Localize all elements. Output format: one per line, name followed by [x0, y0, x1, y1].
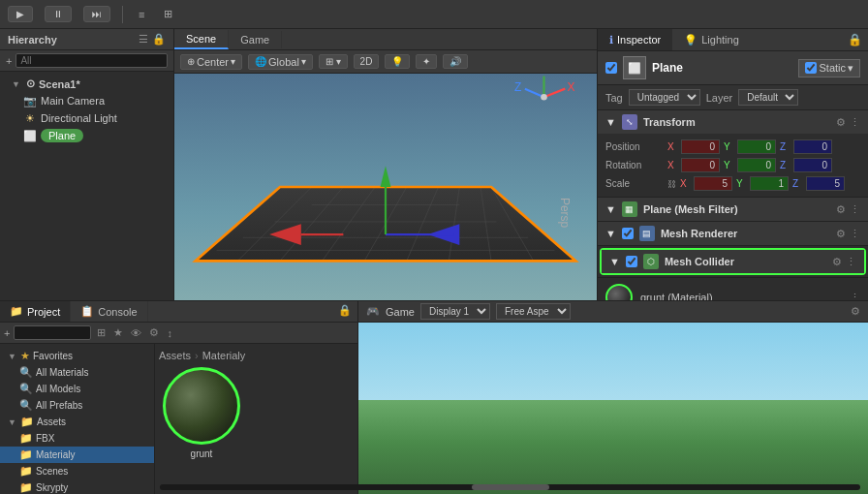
gizmos-btn[interactable]: ⊞ ▾ [319, 54, 348, 69]
fx-toggle[interactable]: ✦ [416, 54, 437, 69]
step-button[interactable]: ⏭ [83, 6, 110, 22]
play-button[interactable]: ▶ [8, 6, 33, 22]
hierarchy-search-input[interactable] [16, 53, 168, 68]
asset-item-grunt[interactable]: grunt [163, 367, 240, 459]
camera-icon: 📷 [23, 94, 37, 108]
object-active-checkbox[interactable] [605, 62, 617, 74]
layers-icon[interactable]: ≡ [135, 7, 148, 22]
pos-x-input[interactable] [681, 139, 720, 154]
layout-icon[interactable]: ⊞ [160, 6, 176, 22]
assets-arrow: ▼ [8, 417, 17, 427]
hierarchy-lock-icon[interactable]: 🔒 [152, 33, 166, 46]
scale-z-input[interactable] [806, 176, 845, 191]
tree-all-materials[interactable]: 🔍 All Materials [0, 364, 154, 381]
tree-favorites[interactable]: ▼ ★ Favorites [0, 348, 154, 364]
global-btn[interactable]: 🌐 Global ▾ [248, 54, 313, 70]
inspector-tab-inspector[interactable]: ℹ Inspector [598, 29, 672, 50]
project-eye-icon[interactable]: 👁 [129, 325, 143, 341]
inspector-lock-icon[interactable]: 🔒 [842, 29, 868, 50]
meshfilter-more[interactable]: ⋮ [850, 203, 860, 216]
project-assets: Assets › Materialy grunt [155, 344, 357, 494]
breadcrumb-assets[interactable]: Assets [159, 350, 191, 361]
svg-text:Z: Z [514, 80, 521, 94]
project-tree: ▼ ★ Favorites 🔍 All Materials 🔍 All Mode… [0, 344, 155, 494]
tree-scenes[interactable]: 📁 Scenes [0, 463, 154, 479]
mesh-renderer-header[interactable]: ▼ ▤ Mesh Renderer ⚙ ⋮ [598, 222, 868, 245]
collider-settings[interactable]: ⚙ [832, 256, 842, 268]
search-icon-prefabs: 🔍 [19, 399, 33, 412]
pause-button[interactable]: ⏸ [45, 6, 72, 22]
transform-actions: ⚙ ⋮ [836, 116, 860, 129]
tree-assets[interactable]: ▼ 📁 Assets [0, 414, 154, 430]
project-tabs: 📁 Project 📋 Console 🔒 [0, 301, 357, 323]
pos-y-input[interactable] [737, 139, 776, 154]
game-tab[interactable]: Game [229, 31, 282, 48]
horizontal-scrollbar[interactable] [160, 484, 357, 490]
hierarchy-content: ▼ ⊙ Scena1* 📷 Main Camera ☀ Directional … [0, 72, 173, 300]
renderer-more[interactable]: ⋮ [850, 228, 860, 240]
display-select[interactable]: Display 1 [420, 303, 490, 320]
transform-more-icon[interactable]: ⋮ [850, 116, 860, 129]
tree-all-models[interactable]: 🔍 All Models [0, 381, 154, 397]
tree-fbx[interactable]: 📁 FBX [0, 430, 154, 447]
hierarchy-item-plane[interactable]: ⬜ Plane [0, 127, 173, 144]
rot-x-input[interactable] [681, 158, 720, 172]
project-add-icon[interactable]: + [4, 327, 10, 339]
pos-z-input[interactable] [793, 139, 832, 154]
transform-title: Transform [643, 116, 830, 128]
static-checkbox[interactable] [805, 62, 817, 74]
rot-y-input[interactable] [737, 158, 776, 172]
project-tab-project[interactable]: 📁 Project [0, 301, 71, 322]
hierarchy-item-scene[interactable]: ▼ ⊙ Scena1* [0, 76, 173, 92]
hierarchy-item-light[interactable]: ☀ Directional Light [0, 109, 173, 127]
project-search-input[interactable] [14, 325, 91, 340]
layer-label: Layer [706, 92, 733, 104]
hierarchy-title: Hierarchy [8, 34, 57, 46]
breadcrumb-materialy[interactable]: Materialy [202, 350, 246, 361]
lighting-toggle[interactable]: 💡 [385, 54, 410, 69]
material-more-icon[interactable]: ⋮ [850, 292, 860, 301]
project-settings-icon[interactable]: ⚙ [147, 324, 161, 341]
inspector-tab-lighting[interactable]: 💡 Lighting [672, 29, 751, 50]
project-filter-icon[interactable]: ⊞ [95, 324, 108, 341]
layer-select[interactable]: Default [738, 89, 798, 106]
tree-skrypty[interactable]: 📁 Skrypty [0, 479, 154, 494]
grunt-thumbnail [163, 367, 240, 445]
renderer-active-checkbox[interactable] [622, 228, 634, 239]
tag-select[interactable]: Untagged [629, 89, 700, 106]
project-lock-icon[interactable]: 🔒 [332, 301, 357, 322]
static-dropdown-icon[interactable]: ▾ [848, 62, 853, 75]
project-sort-icon[interactable]: ↕ [165, 325, 174, 341]
mesh-collider-header[interactable]: ▼ ⬡ Mesh Collider ⚙ ⋮ [602, 250, 864, 273]
position-label: Position [605, 141, 664, 152]
aspect-select[interactable]: Free Aspe [496, 303, 571, 320]
project-tab-console[interactable]: 📋 Console [71, 301, 147, 322]
scale-y-input[interactable] [750, 176, 789, 191]
mesh-filter-header[interactable]: ▼ ▦ Plane (Mesh Filter) ⚙ ⋮ [598, 198, 868, 221]
console-tab-icon: 📋 [80, 305, 94, 318]
hierarchy-menu-icon[interactable]: ☰ [139, 33, 148, 46]
meshfilter-settings[interactable]: ⚙ [836, 203, 846, 216]
assets-grid: grunt [159, 363, 354, 463]
tree-materialy[interactable]: 📁 Materialy [0, 447, 154, 463]
center-btn[interactable]: ⊕ Center ▾ [180, 54, 242, 70]
2d-btn[interactable]: 2D [354, 54, 380, 69]
game-settings-icon[interactable]: ⚙ [851, 305, 860, 318]
renderer-settings[interactable]: ⚙ [836, 228, 846, 240]
rotation-row: Rotation X Y Z [605, 156, 860, 174]
audio-toggle[interactable]: 🔊 [443, 54, 468, 69]
hierarchy-item-camera[interactable]: 📷 Main Camera [0, 92, 173, 109]
transform-settings-icon[interactable]: ⚙ [836, 116, 846, 129]
project-star-icon[interactable]: ★ [111, 324, 125, 341]
material-name: grunt (Material) [640, 292, 842, 300]
hierarchy-add-icon[interactable]: + [6, 55, 12, 67]
scene-tab[interactable]: Scene [174, 30, 229, 49]
collider-active-checkbox[interactable] [626, 256, 637, 267]
lighting-tab-icon: 💡 [684, 34, 698, 46]
tree-all-prefabs[interactable]: 🔍 All Prefabs [0, 397, 154, 414]
scale-x-input[interactable] [694, 176, 732, 191]
collider-more[interactable]: ⋮ [846, 256, 856, 268]
rot-z-input[interactable] [793, 158, 832, 172]
transform-header[interactable]: ▼ ⤡ Transform ⚙ ⋮ [598, 110, 868, 134]
scene-view[interactable]: X Y Z Persp [174, 74, 597, 300]
